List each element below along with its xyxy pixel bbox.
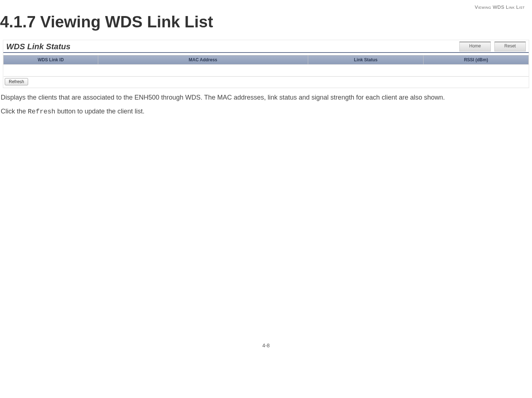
panel-nav-buttons: Home Reset <box>459 42 526 51</box>
col-header-mac-address: MAC Address <box>98 55 308 65</box>
description-paragraph-2: Click the Refresh button to update the c… <box>1 107 528 116</box>
col-header-link-status: Link Status <box>308 55 424 65</box>
wds-link-table: WDS Link ID MAC Address Link Status RSSI… <box>3 55 529 77</box>
wds-table-wrap: WDS Link ID MAC Address Link Status RSSI… <box>3 55 529 77</box>
p2-prefix: Click the <box>1 108 28 115</box>
col-header-rssi: RSSI (dBm) <box>424 55 529 65</box>
p2-refresh-literal: Refresh <box>28 108 56 115</box>
home-button[interactable]: Home <box>459 42 491 51</box>
col-header-wds-link-id: WDS Link ID <box>4 55 98 65</box>
page-header-small: Viewing WDS Link List <box>0 0 532 10</box>
reset-button[interactable]: Reset <box>494 42 526 51</box>
status-bar: WDS Link Status Home Reset <box>3 40 529 53</box>
page-number: 4-8 <box>0 343 532 356</box>
p2-suffix: button to update the client list. <box>56 108 145 115</box>
panel-title: WDS Link Status <box>6 42 70 51</box>
description-paragraph-1: Displays the clients that are associated… <box>1 93 528 102</box>
wds-screenshot-embed: WDS Link Status Home Reset WDS Link ID M… <box>3 40 529 88</box>
refresh-button[interactable]: Refresh <box>5 78 28 85</box>
section-heading: 4.1.7 Viewing WDS Link List <box>0 13 532 31</box>
table-row-empty <box>4 65 529 77</box>
refresh-row: Refresh <box>3 77 529 88</box>
